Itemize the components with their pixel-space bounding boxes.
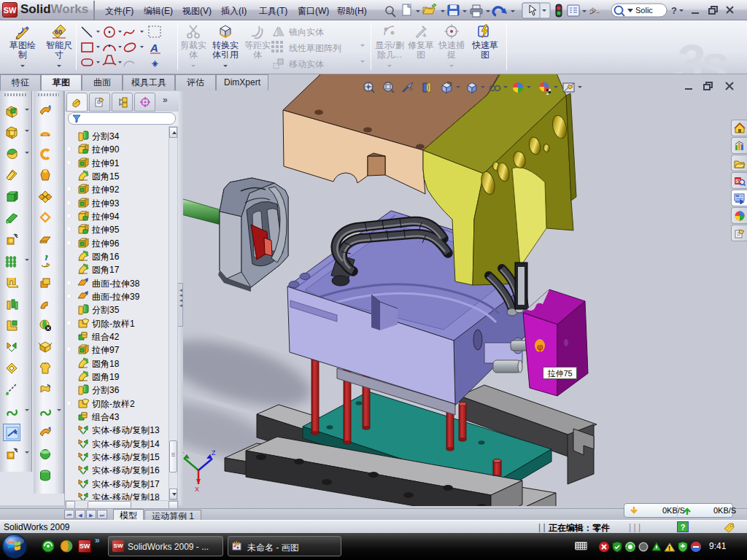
svg-text:X: X [195, 486, 199, 493]
svg-text:!: ! [668, 545, 670, 552]
svg-text:Z: Z [212, 449, 216, 456]
svg-text:+: + [422, 31, 427, 39]
svg-text:60: 60 [55, 28, 62, 36]
svg-text:?: ? [671, 5, 677, 16]
svg-text:Solic: Solic [635, 6, 653, 15]
svg-text:少..: 少.. [589, 7, 600, 15]
svg-text:φ: φ [537, 342, 543, 352]
svg-text:A: A [150, 42, 158, 54]
